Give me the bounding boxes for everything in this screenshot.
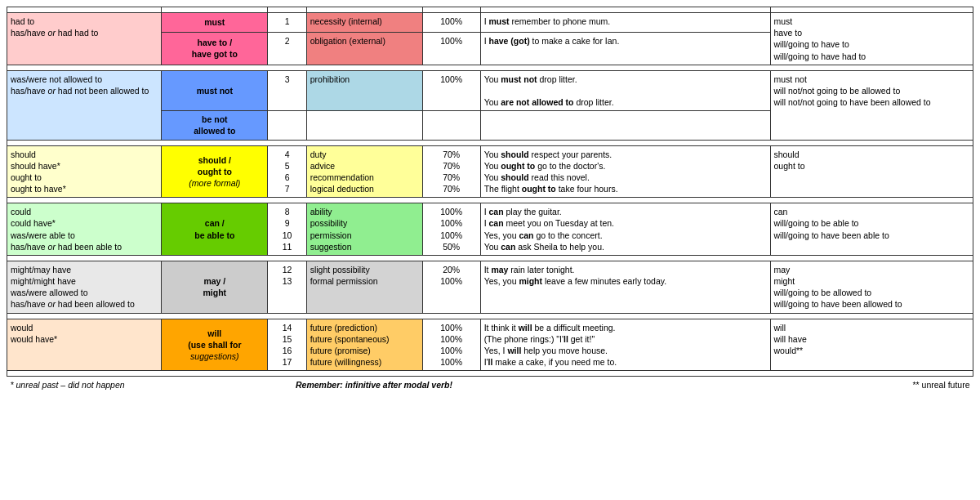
- number: 3: [268, 70, 306, 111]
- modal-verb: must: [162, 13, 268, 33]
- header-use: [306, 7, 422, 13]
- header-example: [480, 7, 770, 13]
- past-form: wouldwould have*: [7, 319, 162, 371]
- number: [268, 111, 306, 140]
- modal-verb: can /be able to: [162, 203, 268, 256]
- header-strength: [422, 7, 480, 13]
- strength: 100%: [422, 13, 480, 33]
- footnote-left: * unreal past – did not happen: [7, 377, 268, 394]
- use: necessity (internal): [306, 13, 422, 33]
- example: You must not drop litter.You are not all…: [480, 70, 770, 111]
- footnote-right: ** unreal future: [480, 377, 973, 394]
- future-form: shouldought to: [770, 145, 973, 198]
- modal-verb: be notallowed to: [162, 111, 268, 140]
- modal-verb: must not: [162, 70, 268, 111]
- example: I can play the guitar.I can meet you on …: [480, 203, 770, 256]
- past-form: was/were not allowed tohas/have or had n…: [7, 70, 162, 140]
- past-form: shouldshould have*ought toought to have*: [7, 145, 162, 198]
- modal-verb: have to /have got to: [162, 32, 268, 65]
- strength: 20%100%: [422, 261, 480, 313]
- future-form: canwill/going to be able towill/going to…: [770, 203, 973, 256]
- example: You should respect your parents.You ough…: [480, 145, 770, 198]
- footnote-center: Remember: infinitive after modal verb!: [268, 377, 480, 394]
- number: 891011: [268, 203, 306, 256]
- header-modal: [162, 7, 268, 13]
- past-form: couldcould have*was/were able tohas/have…: [7, 203, 162, 256]
- footnote-row: * unreal past – did not happen Remember:…: [7, 377, 973, 394]
- example: I have (got) to make a cake for Ian.: [480, 32, 770, 65]
- use: abilitypossibilitypermissionsuggestion: [306, 203, 422, 256]
- header-no: [268, 7, 306, 13]
- number: 1: [268, 13, 306, 33]
- future-form: maymightwill/going to be allowed towill/…: [770, 261, 973, 313]
- past-form: might/may havemight/might havewas/were a…: [7, 261, 162, 313]
- strength: [422, 111, 480, 140]
- past-form: had tohas/have or had had to: [7, 13, 162, 65]
- use: future (prediction)future (spontaneous)f…: [306, 319, 422, 371]
- use: slight possibilityformal permission: [306, 261, 422, 313]
- modal-verbs-table: had tohas/have or had had tomust1necessi…: [7, 7, 973, 393]
- example: I must remember to phone mum.: [480, 13, 770, 33]
- strength: 100%: [422, 32, 480, 65]
- modal-verb: will(use shall forsuggestions): [162, 319, 268, 371]
- strength: 100%100%100%50%: [422, 203, 480, 256]
- use: dutyadvicerecommendationlogical deductio…: [306, 145, 422, 198]
- number: 14151617: [268, 319, 306, 371]
- header-future: [770, 7, 973, 13]
- example: It think it will be a difficult meeting.…: [480, 319, 770, 371]
- future-form: must notwill not/not going to be allowed…: [770, 70, 973, 140]
- use: prohibition: [306, 70, 422, 111]
- future-form: musthave towill/going to have towill/goi…: [770, 13, 973, 65]
- number: 2: [268, 32, 306, 65]
- strength: 70%70%70%70%: [422, 145, 480, 198]
- number: 1213: [268, 261, 306, 313]
- future-form: willwill havewould**: [770, 319, 973, 371]
- strength: 100%: [422, 70, 480, 111]
- example: [480, 111, 770, 140]
- use: [306, 111, 422, 140]
- example: It may rain later tonight.Yes, you might…: [480, 261, 770, 313]
- use: obligation (external): [306, 32, 422, 65]
- header-past: [7, 7, 162, 13]
- strength: 100%100%100%100%: [422, 319, 480, 371]
- modal-verb: should /ought to(more formal): [162, 145, 268, 198]
- number: 4567: [268, 145, 306, 198]
- modal-verb: may /might: [162, 261, 268, 313]
